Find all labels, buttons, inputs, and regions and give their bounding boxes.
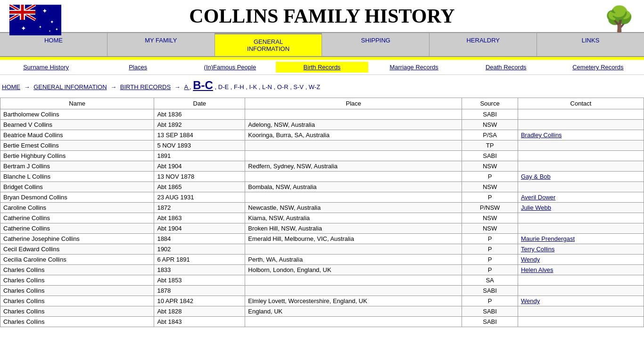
table-row: Bertie Highbury Collins1891SABI [0,151,644,161]
arrow-icon-1: → [24,83,32,90]
cell-contact: Averil Dower [518,192,644,203]
cell-source: TP [462,140,518,151]
cell-place: Adelong, NSW, Australia [245,120,462,130]
cell-name: Cecil Edward Collins [0,244,154,255]
cell-name: Bridget Collins [0,182,154,192]
cell-date: Abt 1863 [154,213,245,223]
table-row: Beatrice Maud Collins13 SEP 1884Kooringa… [0,130,644,140]
cell-place: Redfern, Sydney, NSW, Australia [245,161,462,172]
contact-link[interactable]: Bradley Collins [521,132,562,139]
cell-place [245,172,462,182]
cell-date: Abt 1843 [154,317,245,327]
cell-contact: Julie Webb [518,203,644,213]
cell-name: Charles Collins [0,317,154,327]
subnav-infamous-people[interactable]: (In)Famous People [184,62,276,73]
table-row: Blanche L Collins13 NOV 1878PGay & Bob [0,172,644,182]
cell-source: P [462,296,518,306]
cell-contact: Gay & Bob [518,172,644,182]
col-header-contact: Contact [518,98,644,109]
cell-name: Bertram J Collins [0,161,154,172]
table-row: Bertram J CollinsAbt 1904Redfern, Sydney… [0,161,644,172]
cell-name: Caroline Collins [0,203,154,213]
cell-name: Charles Collins [0,265,154,275]
contact-link[interactable]: Helen Alves [521,266,553,273]
cell-date: 5 NOV 1893 [154,140,245,151]
cell-contact [518,161,644,172]
cell-source: P [462,244,518,255]
nav-links[interactable]: LINKS [537,33,644,56]
col-header-place: Place [245,98,462,109]
cell-place [245,140,462,151]
nav-shipping[interactable]: SHIPPING [322,33,429,56]
cell-place [245,151,462,161]
contact-link[interactable]: Wendy [521,297,540,304]
cell-name: Bryan Desmond Collins [0,192,154,203]
cell-source: SABI [462,151,518,161]
table-row: Catherine CollinsAbt 1904Broken Hill, NS… [0,223,644,234]
cell-place [245,317,462,327]
nav-general-information[interactable]: GENERALINFORMATION [215,33,322,56]
cell-source: P [462,172,518,182]
table-row: Charles Collins10 APR 1842Elmley Lovett,… [0,296,644,306]
cell-place [245,286,462,296]
arrow-icon-2: → [110,83,118,90]
cell-name: Charles Collins [0,286,154,296]
table-row: Charles CollinsAbt 1843SABI [0,317,644,327]
subnav-marriage-records[interactable]: Marriage Records [368,62,460,73]
table-row: Charles Collins1878SABI [0,286,644,296]
contact-link[interactable]: Gay & Bob [521,173,551,180]
cell-name: Cecilia Caroline Collins [0,255,154,265]
table-row: Bertie Ernest Collins5 NOV 1893TP [0,140,644,151]
breadcrumb-general[interactable]: GENERAL INFORMATION [33,83,107,90]
cell-place: Perth, WA, Australia [245,255,462,265]
cell-contact: Terry Collins [518,244,644,255]
subnav-cemetery-records[interactable]: Cemetery Records [552,62,644,73]
cell-date: 10 APR 1842 [154,296,245,306]
breadcrumb-bc[interactable]: B-C [193,79,213,91]
contact-link[interactable]: Maurie Prendergast [521,235,575,242]
nav-heraldry[interactable]: HERALDRY [429,33,537,56]
cell-source: SA [462,275,518,286]
subnav-places[interactable]: Places [92,62,184,73]
contact-link[interactable]: Averil Dower [521,194,555,201]
cell-contact [518,286,644,296]
table-row: Charles CollinsAbt 1853SA [0,275,644,286]
cell-name: Bearned V Collins [0,120,154,130]
cell-place: Emerald Hill, Melbourne, VIC, Australia [245,234,462,244]
cell-contact [518,306,644,317]
table-row: Charles Collins1833Holborn, London, Engl… [0,265,644,275]
cell-source: P/NSW [462,203,518,213]
cell-date: Abt 1904 [154,161,245,172]
cell-date: 1833 [154,265,245,275]
subnav-birth-records[interactable]: Birth Records [276,62,368,73]
cell-name: Catherine Collins [0,213,154,223]
contact-link[interactable]: Terry Collins [521,246,555,253]
table-row: Catherine CollinsAbt 1863Kiama, NSW, Aus… [0,213,644,223]
cell-date: 6 APR 1891 [154,255,245,265]
cell-name: Bertie Ernest Collins [0,140,154,151]
cell-source: NSW [462,213,518,223]
subnav-surname-history[interactable]: Surname History [0,62,92,73]
contact-link[interactable]: Wendy [521,256,540,263]
cell-place: Newcastle, NSW, Australia [245,203,462,213]
page-title: COLLINS FAMILY HISTORY [9,5,635,27]
col-header-name: Name [0,98,154,109]
breadcrumb-birth[interactable]: BIRTH RECORDS [120,83,171,90]
col-header-source: Source [462,98,518,109]
breadcrumb-a[interactable]: A [184,83,190,90]
cell-contact: Bradley Collins [518,130,644,140]
contact-link[interactable]: Julie Webb [521,204,551,211]
breadcrumb-home[interactable]: HOME [2,83,20,90]
cell-date: Abt 1853 [154,275,245,286]
nav-my-family[interactable]: MY FAMILY [107,33,215,56]
cell-source: SABI [462,317,518,327]
main-nav: HOME MY FAMILY GENERALINFORMATION SHIPPI… [0,32,644,57]
svg-text:✦: ✦ [42,7,48,15]
svg-text:✦: ✦ [39,25,42,29]
cell-contact [518,317,644,327]
cell-contact [518,140,644,151]
subnav-death-records[interactable]: Death Records [460,62,552,73]
table-row: Caroline Collins1872Newcastle, NSW, Aust… [0,203,644,213]
cell-name: Blanche L Collins [0,172,154,182]
cell-place: Elmley Lovett, Worcestershire, England, … [245,296,462,306]
